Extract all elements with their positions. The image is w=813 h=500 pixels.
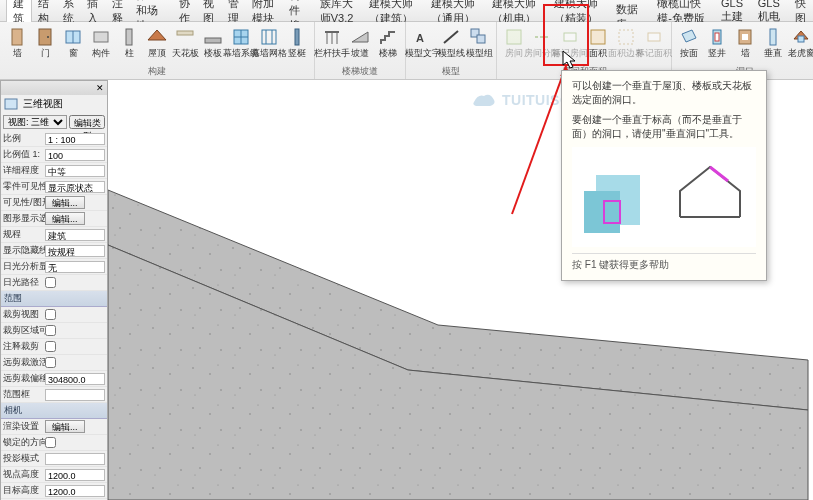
prop-row: 详细程度中等 (1, 163, 107, 179)
rbtn-label: 标记房间 (552, 49, 588, 58)
prop-key: 裁剪视图 (3, 308, 45, 321)
prop-key: 比例 (3, 132, 45, 145)
svg-rect-36 (742, 34, 748, 40)
prop-value[interactable]: 100 (45, 149, 105, 161)
window-button[interactable]: 窗 (60, 24, 86, 60)
svg-rect-16 (295, 29, 299, 45)
rbtn-label: 按面 (680, 49, 698, 58)
svg-rect-48 (5, 99, 17, 109)
curtain-system-icon (230, 26, 252, 48)
prop-checkbox[interactable] (45, 357, 56, 368)
wall-button[interactable]: 墙 (4, 24, 30, 60)
view3d-icon (3, 97, 21, 111)
prop-row: 比例1 : 100 (1, 131, 107, 147)
prop-value[interactable]: 建筑 (45, 229, 105, 241)
rbtn-label: 模型线 (438, 49, 465, 58)
rbtn-label: 模型文字 (405, 49, 441, 58)
rbtn-label: 垂直 (764, 49, 782, 58)
prop-edit-button[interactable]: 编辑... (45, 420, 85, 433)
prop-key: 比例值 1: (3, 148, 45, 161)
prop-checkbox[interactable] (45, 437, 56, 448)
mullion-button[interactable]: 竖梃 (284, 24, 310, 60)
rbtn-label: 坡道 (351, 49, 369, 58)
prop-key: 可见性/图形替换 (3, 196, 45, 209)
properties-panel: ✕ 三维视图 视图: 三维 编辑类型 比例1 : 100比例值 1:100详细程… (0, 80, 108, 500)
railing-button[interactable]: 栏杆扶手 (319, 24, 345, 60)
prop-row: 锁定的方向 (1, 435, 107, 451)
prop-edit-button[interactable]: 编辑... (45, 212, 85, 225)
svg-rect-31 (648, 33, 660, 41)
prop-value[interactable] (45, 453, 105, 465)
svg-rect-29 (591, 30, 605, 44)
column-icon (118, 26, 140, 48)
by-face-button[interactable]: 按面 (676, 24, 702, 60)
svg-marker-32 (682, 30, 696, 42)
dormer-icon (790, 26, 812, 48)
prop-edit-button[interactable]: 编辑... (45, 196, 85, 209)
svg-rect-61 (584, 191, 620, 233)
rbtn-label: 柱 (125, 49, 134, 58)
prop-value[interactable] (45, 389, 105, 401)
wall-op-button[interactable]: 墙 (732, 24, 758, 60)
prop-value[interactable]: 按规程 (45, 245, 105, 257)
rbtn-label: 竖井 (708, 49, 726, 58)
prop-row: 投影模式 (1, 451, 107, 467)
door-button[interactable]: 门 (32, 24, 58, 60)
dormer-button[interactable]: 老虎窗 (788, 24, 813, 60)
group-label: 模型 (442, 67, 460, 76)
ceiling-button[interactable]: 天花板 (172, 24, 198, 60)
tag-room-button: 标记房间 (557, 24, 583, 60)
rbtn-label: 老虎窗 (788, 49, 814, 58)
prop-value[interactable]: 中等 (45, 165, 105, 177)
svg-rect-5 (94, 32, 108, 42)
model-group-button[interactable]: 模型组 (466, 24, 492, 60)
area-icon (587, 26, 609, 48)
ramp-icon (349, 26, 371, 48)
prop-checkbox[interactable] (45, 309, 56, 320)
prop-key: 日光路径 (3, 276, 45, 289)
model-line-icon (440, 26, 462, 48)
column-button[interactable]: 柱 (116, 24, 142, 60)
stair-icon (377, 26, 399, 48)
prop-value[interactable]: 1200.0 (45, 485, 105, 497)
prop-key: 裁剪区域可见 (3, 324, 45, 337)
svg-rect-13 (262, 30, 276, 44)
prop-checkbox[interactable] (45, 341, 56, 352)
svg-rect-28 (564, 33, 576, 41)
shaft-icon (706, 26, 728, 48)
edit-type-button[interactable]: 编辑类型 (69, 115, 105, 129)
stair-button[interactable]: 楼梯 (375, 24, 401, 60)
prop-key: 规程 (3, 228, 45, 241)
tag-area-button: 标记面积 (641, 24, 667, 60)
prop-value[interactable]: 1 : 100 (45, 133, 105, 145)
prop-row: 范围框 (1, 387, 107, 403)
model-text-icon: A (412, 26, 434, 48)
prop-value[interactable]: 1200.0 (45, 469, 105, 481)
prop-value[interactable]: 显示原状态 (45, 181, 105, 193)
model-text-button[interactable]: A模型文字 (410, 24, 436, 60)
ramp-button[interactable]: 坡道 (347, 24, 373, 60)
roof-button[interactable]: 屋顶 (144, 24, 170, 60)
rbtn-label: 屋顶 (148, 49, 166, 58)
component-button[interactable]: 构件 (88, 24, 114, 60)
prop-value[interactable]: 304800.0 (45, 373, 105, 385)
rbtn-label: 幕墙网格 (251, 49, 287, 58)
prop-key: 显示隐藏线 (3, 244, 45, 257)
curtain-grid-button[interactable]: 幕墙网格 (256, 24, 282, 60)
prop-key: 投影模式 (3, 452, 45, 465)
component-icon (90, 26, 112, 48)
vertical-button[interactable]: 垂直 (760, 24, 786, 60)
svg-text:A: A (416, 32, 424, 44)
room-icon (503, 26, 525, 48)
prop-row: 显示隐藏线按规程 (1, 243, 107, 259)
prop-checkbox[interactable] (45, 325, 56, 336)
group-label: 构建 (148, 67, 166, 76)
prop-value[interactable]: 无 (45, 261, 105, 273)
close-icon[interactable]: ✕ (95, 83, 105, 93)
model-line-button[interactable]: 模型线 (438, 24, 464, 60)
railing-icon (321, 26, 343, 48)
prop-checkbox[interactable] (45, 277, 56, 288)
shaft-button[interactable]: 竖井 (704, 24, 730, 60)
type-selector[interactable]: 视图: 三维 (3, 115, 67, 129)
prop-key: 锁定的方向 (3, 436, 45, 449)
